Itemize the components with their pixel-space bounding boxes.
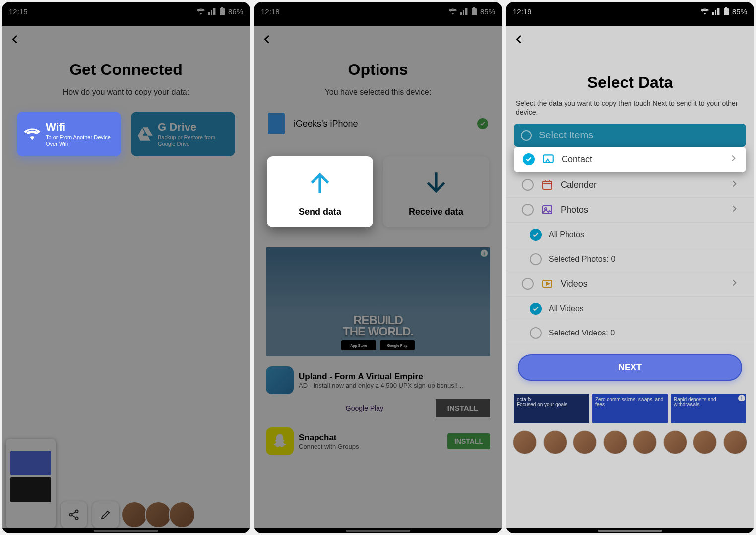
item-label: Videos <box>561 279 723 289</box>
wifi-icon <box>448 8 457 15</box>
appstore-badge[interactable]: App Store <box>341 340 376 350</box>
googleplay-badge[interactable]: Google Play <box>380 340 415 350</box>
subitem-all-videos[interactable]: All Videos <box>506 297 754 321</box>
receive-data-card[interactable]: Receive data <box>383 156 489 227</box>
contact-icon <box>542 153 555 166</box>
item-label: Calender <box>561 180 723 190</box>
status-battery: 85% <box>732 7 747 16</box>
gdrive-desc: Backup or Restore from Google Drive <box>158 134 228 147</box>
edit-button[interactable] <box>92 501 119 528</box>
google-play-link[interactable]: Google Play <box>299 404 431 412</box>
calendar-icon <box>541 178 554 191</box>
gdrive-option-card[interactable]: G Drive Backup or Restore from Google Dr… <box>131 112 235 156</box>
ad-banner-upland[interactable]: i REBUILD THE WORLD. App Store Google Pl… <box>266 247 490 356</box>
checkbox-checked-icon[interactable] <box>530 303 542 315</box>
checkbox-checked-icon[interactable] <box>530 229 542 241</box>
ad-row-upland[interactable]: Upland - Form A Virtual Empire AD - Inst… <box>254 361 502 399</box>
checkbox-unchecked-icon[interactable] <box>522 179 534 191</box>
install-button[interactable]: INSTALL <box>447 433 490 449</box>
status-time: 12:15 <box>9 7 28 16</box>
select-items-label: Select Items <box>539 130 593 141</box>
snapchat-app-icon <box>266 427 294 455</box>
svg-rect-5 <box>472 8 477 15</box>
item-label: Selected Videos: 0 <box>549 329 615 337</box>
status-bar: 12:19 85% <box>506 2 754 26</box>
chevron-right-icon <box>730 205 738 215</box>
page-subtitle: How do you want to copy your data: <box>2 88 250 97</box>
screenshot-thumbnail[interactable] <box>6 439 56 528</box>
battery-icon <box>471 7 477 15</box>
status-battery: 85% <box>480 7 495 16</box>
share-button[interactable] <box>61 501 87 528</box>
select-all-radio[interactable] <box>521 130 532 141</box>
android-nav-bar <box>506 528 754 533</box>
page-title: Options <box>254 61 502 79</box>
back-button[interactable] <box>506 26 754 51</box>
ad-row-snapchat[interactable]: Snapchat Connect with Groups INSTALL <box>254 422 502 460</box>
ad-tile-3[interactable]: Rapid deposits and withdrawals i <box>671 394 746 423</box>
signal-icon <box>460 8 468 15</box>
screen-select-data: 12:19 85% Select Data Select the data yo… <box>506 2 754 533</box>
checkbox-unchecked-icon[interactable] <box>522 278 534 290</box>
ad-text: Rapid deposits and withdrawals <box>674 397 743 407</box>
data-item-photos[interactable]: Photos <box>506 198 754 223</box>
ad-tile-2[interactable]: Zero commissions, swaps, and fees <box>592 394 668 423</box>
item-label: All Photos <box>549 230 584 239</box>
svg-rect-7 <box>724 8 729 15</box>
item-label: All Videos <box>549 304 584 313</box>
back-button[interactable] <box>2 26 250 51</box>
subitem-all-photos[interactable]: All Photos <box>506 223 754 247</box>
wifi-title: Wifi <box>46 121 114 134</box>
install-button[interactable]: INSTALL <box>436 399 490 417</box>
photos-icon <box>541 203 554 216</box>
check-icon <box>477 118 488 129</box>
upland-app-icon <box>266 366 294 394</box>
signal-icon <box>712 8 720 15</box>
svg-rect-0 <box>220 8 225 15</box>
signal-icon <box>208 8 216 15</box>
ad-desc: AD - Install now and enjoy a 4,500 UPX s… <box>299 382 490 389</box>
chevron-right-icon <box>730 180 738 190</box>
svg-rect-11 <box>543 206 552 214</box>
gdrive-title: G Drive <box>158 121 228 134</box>
ad-title: Snapchat <box>299 433 442 443</box>
ad-tile-1[interactable]: octa fx Focused on your goals <box>514 394 589 423</box>
ad-banner-octafx[interactable]: octa fx Focused on your goals Zero commi… <box>514 394 746 423</box>
send-data-card[interactable]: Send data <box>267 156 373 227</box>
data-item-contact[interactable]: Contact <box>514 147 746 172</box>
send-data-label: Send data <box>299 207 341 217</box>
ad-info-icon[interactable]: i <box>480 249 488 257</box>
ad-text: Zero commissions, swaps, and fees <box>595 397 665 407</box>
chevron-right-icon <box>730 279 738 289</box>
screen-get-connected: 12:15 86% Get Connected How do you want … <box>2 2 250 533</box>
checkbox-unchecked-icon[interactable] <box>530 253 542 265</box>
ad-line2: THE WORLD. <box>343 326 413 337</box>
ad-close-icon[interactable]: i <box>738 395 745 401</box>
wifi-option-card[interactable]: Wifi To or From Another Device Over Wifi <box>17 112 121 156</box>
page-title: Get Connected <box>2 61 250 79</box>
subitem-selected-videos[interactable]: Selected Videos: 0 <box>506 321 754 345</box>
arrow-up-icon <box>308 170 332 197</box>
android-nav-bar <box>254 528 502 533</box>
next-label: NEXT <box>618 362 642 372</box>
recent-thumbnail-strip <box>2 439 250 528</box>
avatar-strip[interactable] <box>506 427 754 457</box>
ad-row-upland-actions: Google Play INSTALL <box>254 399 502 422</box>
next-button[interactable]: NEXT <box>518 354 742 381</box>
arrow-down-icon <box>424 170 448 197</box>
chevron-right-icon <box>729 154 737 164</box>
battery-icon <box>723 7 729 15</box>
select-items-header[interactable]: Select Items <box>514 124 746 147</box>
screen-options: 12:18 85% Options You have selected this… <box>254 2 502 533</box>
avatar-suggestions[interactable] <box>124 501 195 528</box>
checkbox-unchecked-icon[interactable] <box>522 204 534 216</box>
back-button[interactable] <box>254 26 502 51</box>
subitem-selected-photos[interactable]: Selected Photos: 0 <box>506 247 754 271</box>
data-item-calendar[interactable]: Calender <box>506 172 754 198</box>
checkbox-checked-icon[interactable] <box>523 153 535 165</box>
data-item-videos[interactable]: Videos <box>506 271 754 297</box>
svg-rect-8 <box>725 7 727 8</box>
battery-icon <box>219 7 225 15</box>
item-label: Contact <box>562 154 722 165</box>
checkbox-unchecked-icon[interactable] <box>530 327 542 339</box>
